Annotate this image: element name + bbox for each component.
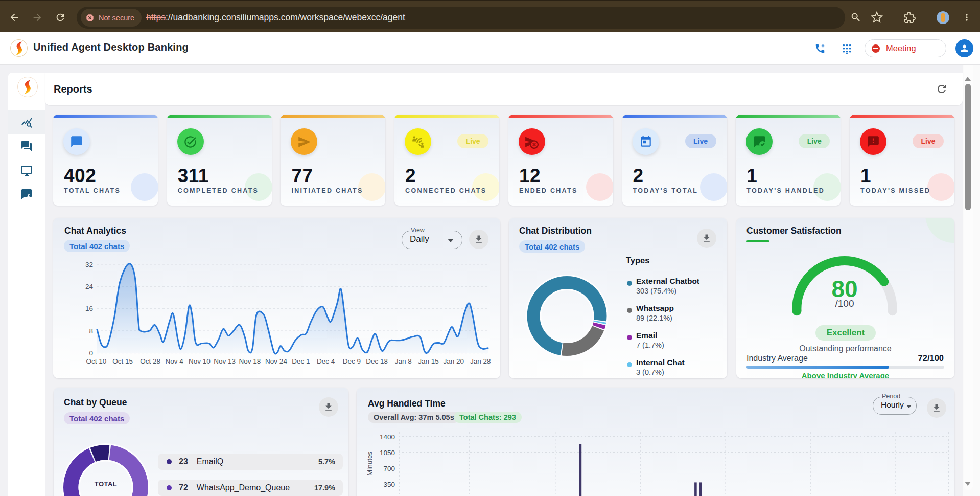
svg-text:700: 700 (383, 465, 395, 472)
svg-text:TOTAL: TOTAL (95, 480, 118, 488)
svg-text:Jan 28: Jan 28 (470, 357, 491, 365)
svg-text:1050: 1050 (380, 449, 395, 457)
svg-text:1400: 1400 (380, 433, 395, 441)
svg-text:Dec 18: Dec 18 (366, 357, 388, 365)
svg-text:24: 24 (85, 283, 94, 290)
svg-text:16: 16 (85, 305, 93, 312)
svg-text:Jan 20: Jan 20 (443, 357, 464, 365)
svg-text:Dec 1: Dec 1 (292, 357, 310, 365)
svg-text:Nov 10: Nov 10 (189, 357, 211, 365)
svg-text:Dec 4: Dec 4 (317, 357, 335, 365)
svg-text:Nov 13: Nov 13 (214, 357, 236, 365)
svg-text:32: 32 (85, 261, 93, 268)
svg-text:Oct 10: Oct 10 (86, 357, 107, 365)
svg-text:Nov 4: Nov 4 (165, 357, 183, 365)
svg-text:Oct 15: Oct 15 (112, 357, 133, 365)
svg-text:Jan 15: Jan 15 (418, 357, 439, 365)
svg-text:Nov 18: Nov 18 (239, 357, 261, 365)
svg-text:350: 350 (383, 481, 395, 488)
svg-text:Jan 8: Jan 8 (395, 357, 412, 365)
svg-text:Oct 28: Oct 28 (140, 357, 160, 365)
svg-text:0: 0 (89, 349, 93, 357)
svg-text:Dec 9: Dec 9 (343, 357, 361, 365)
svg-text:8: 8 (89, 327, 93, 335)
svg-text:/100: /100 (835, 298, 854, 309)
svg-text:Nov 24: Nov 24 (265, 357, 287, 365)
